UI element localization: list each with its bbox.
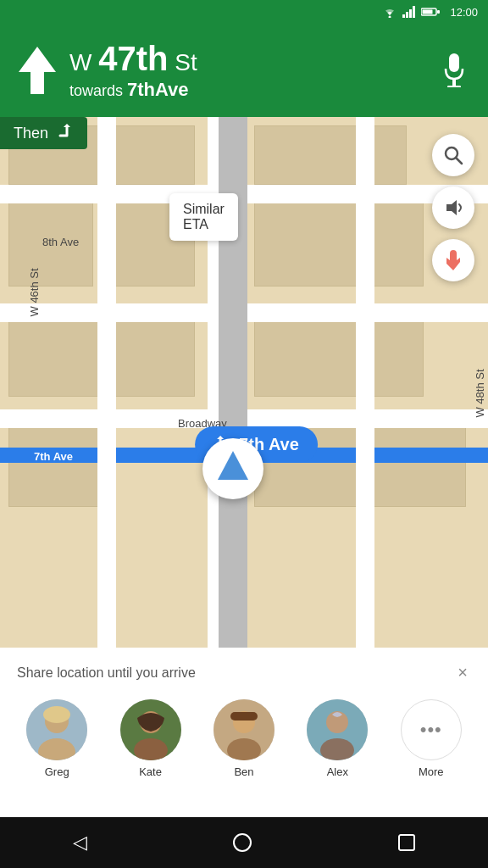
android-nav-bar: ◁ [0,817,488,868]
map-block [254,320,424,397]
more-label: More [419,765,444,778]
ben-avatar [214,699,274,760]
search-icon [443,145,463,165]
recent-button[interactable] [380,825,433,860]
map-block [254,202,424,287]
alex-photo [307,699,368,760]
then-label: Then [14,125,48,142]
more-dots-icon: ••• [420,719,442,741]
street-number: 47th [98,40,168,77]
svg-rect-9 [30,84,44,87]
share-close-button[interactable]: × [454,659,471,686]
then-turn-icon [55,124,74,142]
similar-eta-line2: ETA [183,217,225,232]
svg-rect-33 [399,835,414,850]
contact-more[interactable]: ••• More [401,699,462,778]
svg-rect-3 [409,9,412,18]
street-v [97,117,116,698]
contact-greg[interactable]: Greg [26,699,87,778]
svg-rect-1 [402,14,405,18]
greg-name: Greg [45,765,69,778]
contact-alex[interactable]: Alex [307,699,368,778]
recenter-fab-button[interactable] [432,239,474,281]
alex-avatar [307,699,368,760]
home-circle-icon [232,832,252,853]
svg-point-32 [234,834,251,851]
street-type: St [175,49,197,75]
wifi-icon [382,6,397,18]
svg-line-15 [456,158,462,164]
w46-label: W 46th St [28,268,41,316]
direction-arrow-icon [15,48,59,92]
status-time: 12:00 [450,6,478,19]
towards-street-num: 7th [127,79,155,100]
kate-name: Kate [139,765,162,778]
location-marker [202,438,263,499]
svg-rect-6 [423,10,433,14]
recenter-icon [441,248,465,272]
back-button[interactable]: ◁ [56,823,104,862]
sub-street: towards 7thAve [69,79,425,101]
more-avatar: ••• [401,699,462,760]
ben-photo [214,699,274,760]
location-arrow [218,451,248,480]
share-header: Share location until you arrive × [0,648,488,693]
then-turn-banner: Then [0,117,87,149]
status-bar: 12:00 [0,0,488,24]
main-street: W 47th St [69,40,425,77]
contacts-row: Greg Kate [0,693,488,788]
sound-fab-button[interactable] [432,186,474,229]
svg-rect-2 [406,12,408,18]
svg-rect-12 [447,86,461,87]
map-block [8,422,102,507]
eighth-ave-label: 8th Ave [42,236,79,248]
share-panel: Share location until you arrive × Greg [0,648,488,817]
svg-marker-17 [64,124,70,127]
street-info: W 47th St towards 7thAve [59,40,435,101]
direction-label: W [69,49,92,75]
share-title: Share location until you arrive [17,665,196,681]
street-v [356,117,374,698]
alex-name: Alex [327,765,348,778]
svg-rect-11 [452,79,456,86]
nav-header: W 47th St towards 7thAve [0,24,488,117]
search-fab-button[interactable] [432,134,474,176]
mic-icon [442,53,466,87]
mic-button[interactable] [435,52,473,89]
towards-label: towards [69,82,123,99]
svg-rect-28 [230,712,258,721]
greg-avatar [26,699,87,760]
status-icons: 12:00 [382,6,478,19]
similar-eta-box: Similar ETA [169,193,238,241]
map-block [254,125,407,185]
similar-eta-line1: Similar [183,202,225,217]
location-outer [202,438,263,499]
svg-point-0 [389,16,391,19]
ben-name: Ben [234,765,253,778]
w48-label: W 48th St [474,370,486,418]
kate-photo [120,699,181,760]
contact-kate[interactable]: Kate [120,699,181,778]
svg-rect-4 [413,6,415,18]
battery-icon [421,7,440,17]
map-area[interactable]: W 46th St W 48th St 8th Ave 7th Ave Broa… [0,117,488,698]
svg-rect-7 [437,10,440,14]
signal-icon [402,6,416,18]
towards-street-type: Ave [155,79,189,100]
svg-marker-16 [446,200,457,215]
kate-avatar [120,699,181,760]
svg-rect-10 [449,53,459,72]
greg-photo [26,699,87,760]
contact-ben[interactable]: Ben [214,699,274,778]
seventh-ave-label: 7th Ave [34,450,73,463]
recent-square-icon [397,833,416,852]
home-button[interactable] [215,824,269,861]
svg-point-21 [43,706,70,723]
sound-icon [443,198,463,218]
